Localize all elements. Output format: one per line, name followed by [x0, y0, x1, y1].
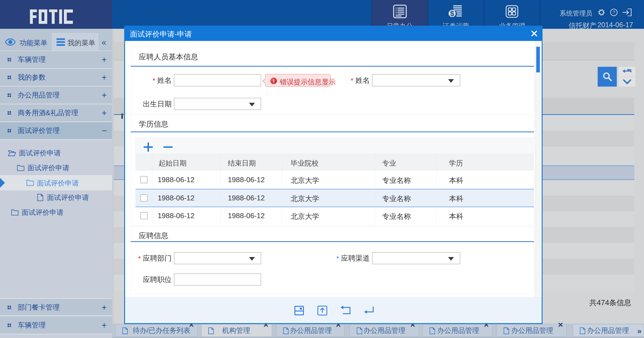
svg-text:?: ?	[612, 10, 615, 15]
svg-text:$: $	[450, 10, 454, 18]
